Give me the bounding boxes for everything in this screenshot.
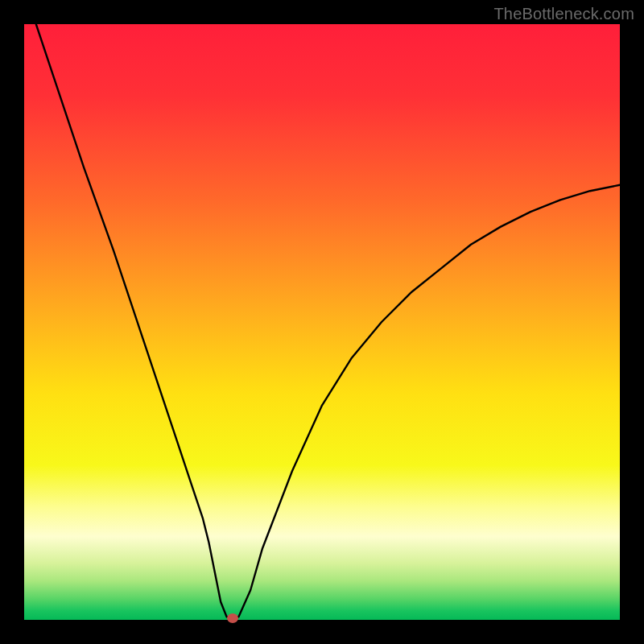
bottleneck-curve — [36, 24, 620, 618]
curve-svg — [24, 24, 620, 620]
optimum-marker — [227, 613, 238, 623]
plot-area — [24, 24, 620, 620]
watermark-text: TheBottleneck.com — [493, 5, 634, 23]
chart-frame: TheBottleneck.com — [0, 0, 644, 644]
